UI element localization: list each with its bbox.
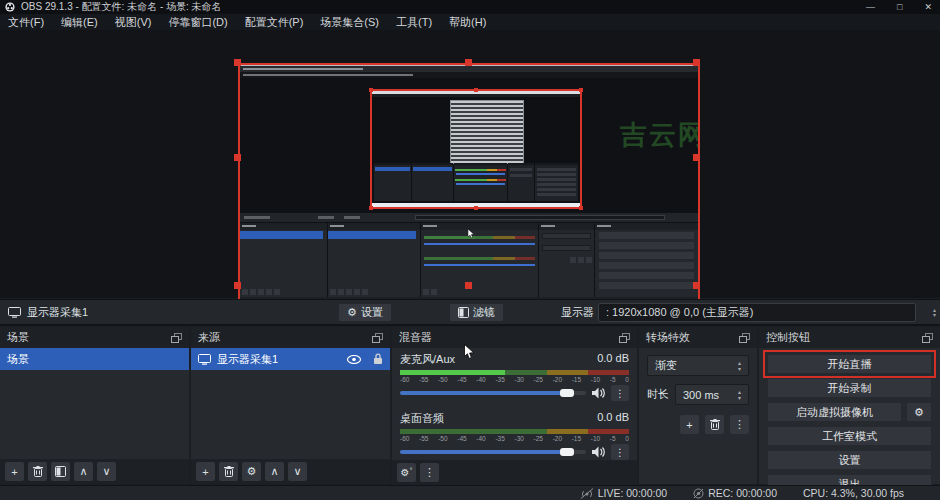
sources-dock: 来源 显示器采集1 + ⚙ ∧	[191, 327, 390, 484]
start-virtual-camera-button[interactable]: 启动虚拟摄像机	[767, 402, 902, 422]
meter-tick: -45	[457, 376, 466, 383]
mixer-menu-button[interactable]: ⋮	[420, 463, 439, 482]
maximize-button[interactable]: □	[897, 2, 902, 12]
meter-scale: -60-55-50-45-40-35-30-25-20-15-10-50	[400, 376, 629, 383]
scene-filters-button[interactable]	[51, 462, 70, 481]
menu-item[interactable]: 场景集合(S)	[320, 15, 379, 30]
studio-mode-button[interactable]: 工作室模式	[767, 426, 932, 446]
menu-item[interactable]: 配置文件(P)	[245, 15, 304, 30]
title-bar: OBS 29.1.3 - 配置文件: 未命名 - 场景: 未命名 — □ ✕	[0, 0, 940, 14]
duration-input[interactable]: 300 ms ▴▾	[675, 384, 749, 405]
menu-item[interactable]: 停靠窗口(D)	[168, 15, 227, 30]
meter-tick: -50	[438, 435, 447, 442]
move-source-up-button[interactable]: ∧	[265, 462, 284, 481]
close-button[interactable]: ✕	[924, 2, 932, 12]
move-source-down-button[interactable]: ∨	[288, 462, 307, 481]
advanced-audio-button[interactable]: ⚙°	[397, 463, 416, 482]
volume-slider[interactable]	[400, 450, 586, 454]
meter-tick: -25	[534, 435, 543, 442]
mouse-cursor	[464, 344, 475, 360]
trash-icon	[710, 419, 720, 430]
source-filters-button[interactable]: 滤镜	[449, 303, 504, 322]
visibility-eye-icon[interactable]	[347, 355, 361, 364]
meter-tick: -45	[457, 435, 466, 442]
source-settings-button[interactable]: ⚙ 设置	[338, 303, 392, 322]
transition-properties-button[interactable]: ⋮	[730, 415, 749, 434]
selection-handle[interactable]	[693, 154, 700, 161]
virtual-camera-settings-button[interactable]: ⚙	[906, 402, 932, 422]
menu-item[interactable]: 编辑(E)	[61, 15, 98, 30]
menu-item[interactable]: 文件(F)	[8, 15, 44, 30]
meter-tick: -40	[476, 376, 485, 383]
add-scene-button[interactable]: +	[5, 462, 24, 481]
menu-bar: 文件(F)编辑(E)视图(V)停靠窗口(D)配置文件(P)场景集合(S)工具(T…	[0, 14, 940, 30]
volume-slider[interactable]	[400, 391, 586, 395]
meter-tick: -60	[400, 376, 409, 383]
settings-button[interactable]: 设置	[767, 450, 932, 470]
controls-dock-header: 控制按钮	[759, 327, 940, 348]
meter-tick: -50	[438, 376, 447, 383]
scene-item[interactable]: 场景	[0, 348, 189, 370]
popout-icon[interactable]	[372, 333, 383, 343]
popout-icon[interactable]	[171, 333, 182, 343]
popout-icon[interactable]	[739, 333, 750, 343]
mixer-channel-mic: 麦克风/Aux 0.0 dB -60-55-50-45-40-35-30-25-…	[392, 348, 637, 401]
stream-status-icon	[580, 488, 594, 499]
move-scene-down-button[interactable]: ∨	[97, 462, 116, 481]
filters-icon	[55, 466, 66, 477]
add-source-button[interactable]: +	[196, 462, 215, 481]
popout-icon[interactable]	[619, 333, 630, 343]
scenes-dock-header: 场景	[0, 327, 189, 348]
source-properties-button[interactable]: ⚙	[242, 462, 261, 481]
selection-handle[interactable]	[234, 59, 241, 66]
meter-tick: -10	[591, 376, 600, 383]
captured-screen-miniature: LIVE: 00:00:00REC: 00:00:00CPU: 4.3%, 30…	[240, 65, 698, 318]
display-select[interactable]: : 1920x1080 @ 0,0 (主显示器)	[598, 303, 916, 322]
channel-name: 麦克风/Aux	[400, 352, 455, 367]
properties-spinner[interactable]: ▴▾	[933, 307, 936, 317]
selection-handle[interactable]	[465, 59, 472, 66]
source-item[interactable]: 显示器采集1	[191, 348, 390, 370]
meter-tick: 0	[625, 435, 629, 442]
popout-icon[interactable]	[922, 333, 933, 343]
minimize-button[interactable]: —	[866, 2, 875, 12]
meter-scale: -60-55-50-45-40-35-30-25-20-15-10-50	[400, 435, 629, 442]
selection-handle[interactable]	[234, 282, 241, 289]
move-scene-up-button[interactable]: ∧	[74, 462, 93, 481]
scenes-dock: 场景 场景 + ∧ ∨	[0, 327, 189, 484]
transitions-dock-header: 转场特效	[639, 327, 757, 348]
lock-icon[interactable]	[373, 353, 383, 365]
volume-meter	[400, 429, 629, 434]
duration-label: 时长	[647, 387, 669, 402]
selection-handle[interactable]	[693, 59, 700, 66]
speaker-icon[interactable]	[592, 387, 605, 399]
selection-handle[interactable]	[234, 154, 241, 161]
channel-menu-button[interactable]: ⋮	[611, 385, 629, 401]
transition-select[interactable]: 渐变 ▴▾	[647, 355, 749, 376]
transitions-dock: 转场特效 渐变 ▴▾ 时长 300 ms ▴▾ + ⋮	[639, 327, 757, 484]
start-streaming-button[interactable]: 开始直播	[767, 354, 932, 374]
meter-tick: -60	[400, 435, 409, 442]
meter-tick: -35	[495, 435, 504, 442]
monitor-icon	[198, 354, 211, 365]
remove-transition-button[interactable]	[705, 415, 724, 434]
status-bar: LIVE: 00:00:00 REC: 00:00:00 CPU: 4.3%, …	[0, 485, 940, 500]
mixer-toolbar: ⚙° ⋮	[392, 460, 637, 485]
add-transition-button[interactable]: +	[680, 415, 699, 434]
speaker-icon[interactable]	[592, 446, 605, 458]
watermark-text: 吉云网	[620, 117, 700, 153]
rec-time: REC: 00:00:00	[708, 487, 777, 499]
start-recording-button[interactable]: 开始录制	[767, 378, 932, 398]
remove-source-button[interactable]	[219, 462, 238, 481]
menu-item[interactable]: 工具(T)	[396, 15, 432, 30]
selection-handle[interactable]	[693, 282, 700, 289]
menu-item[interactable]: 帮助(H)	[449, 15, 486, 30]
menu-item[interactable]: 视图(V)	[115, 15, 152, 30]
channel-menu-button[interactable]: ⋮	[611, 444, 629, 460]
monitor-icon	[8, 307, 21, 318]
sources-toolbar: + ⚙ ∧ ∨	[191, 459, 390, 484]
recursive-capture	[450, 100, 524, 164]
remove-scene-button[interactable]	[28, 462, 47, 481]
meter-tick: -15	[572, 376, 581, 383]
selection-handle[interactable]	[465, 282, 472, 289]
